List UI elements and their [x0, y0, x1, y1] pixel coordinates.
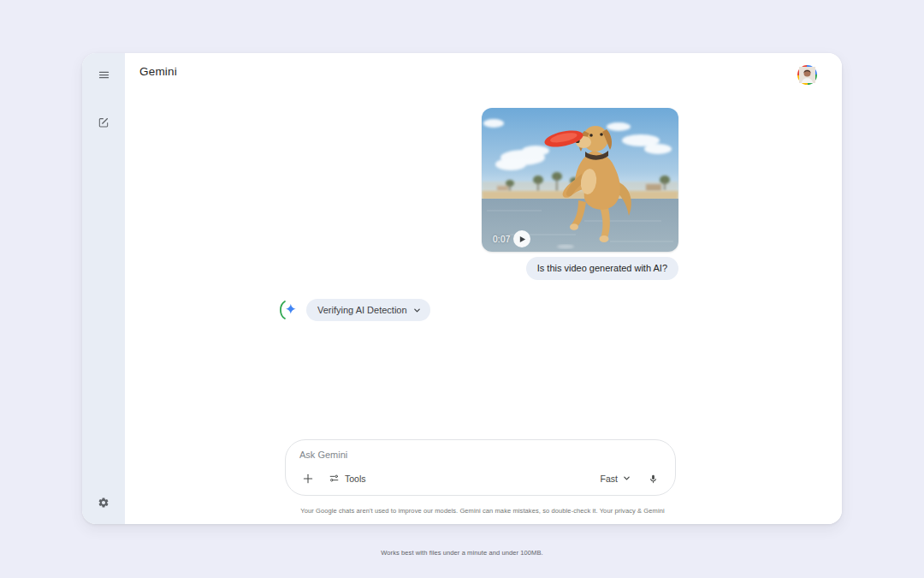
- mode-label: Fast: [601, 474, 618, 484]
- play-button[interactable]: [513, 230, 530, 247]
- assistant-status-chip[interactable]: Verifying AI Detection: [306, 299, 430, 321]
- tools-label: Tools: [345, 474, 366, 484]
- sidebar: [82, 53, 125, 524]
- play-icon: [518, 233, 526, 246]
- chevron-down-icon: [413, 307, 421, 314]
- privacy-link[interactable]: Your privacy & Gemini: [600, 507, 665, 515]
- video-frame-dog-frisbee: [482, 108, 678, 252]
- microphone-button[interactable]: [644, 470, 661, 487]
- composer-actions: Tools Fast: [299, 470, 661, 487]
- assistant-status-label: Verifying AI Detection: [317, 305, 407, 315]
- page-title: Gemini: [139, 65, 177, 78]
- disclaimer-text: Your Google chats aren't used to improve…: [252, 507, 714, 515]
- chevron-down-icon: [623, 474, 631, 484]
- user-message-bubble: Is this video generated with AI?: [526, 257, 678, 280]
- avatar-photo: [799, 67, 815, 83]
- tools-sliders-icon: [329, 473, 340, 486]
- menu-icon: [98, 69, 110, 81]
- video-duration: 0:07: [493, 235, 511, 244]
- microphone-icon: [648, 474, 659, 485]
- gemini-app-window: Gemini: [82, 53, 842, 524]
- user-video-attachment[interactable]: 0:07: [482, 108, 678, 252]
- plus-icon: [302, 473, 314, 485]
- menu-button[interactable]: [92, 63, 115, 86]
- page-caption: Works best with files under a minute and…: [0, 549, 924, 557]
- new-chat-icon: [98, 116, 110, 128]
- main-panel: Gemini: [125, 53, 842, 524]
- composer: Tools Fast: [285, 439, 676, 496]
- tools-button[interactable]: Tools: [329, 473, 366, 486]
- settings-button[interactable]: [92, 492, 115, 514]
- account-avatar[interactable]: [797, 65, 817, 85]
- assistant-response-row: Verifying AI Detection: [280, 299, 430, 321]
- gemini-sparkle-icon: [280, 300, 299, 320]
- new-chat-button[interactable]: [92, 111, 115, 134]
- add-attachment-button[interactable]: [299, 470, 317, 487]
- mode-selector[interactable]: Fast: [601, 474, 631, 484]
- settings-icon: [98, 497, 110, 509]
- disclaimer-body: Your Google chats aren't used to improve…: [300, 507, 597, 515]
- chat-input[interactable]: [299, 450, 661, 460]
